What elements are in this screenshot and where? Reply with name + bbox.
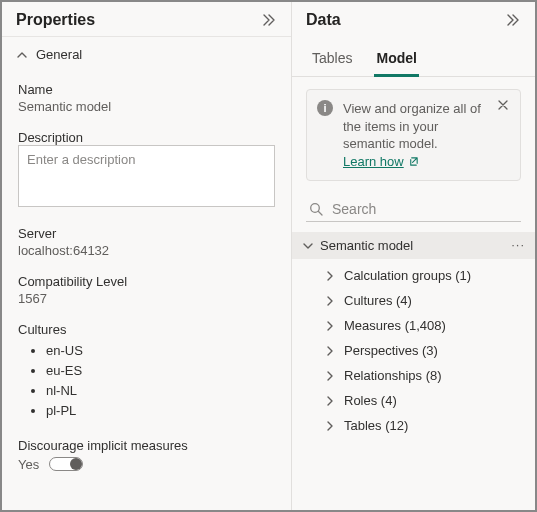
svg-point-0 [311,204,320,213]
chevron-right-icon [324,295,336,307]
cultures-list: en-USeu-ESnl-NLpl-PL [18,341,275,422]
compat-label: Compatibility Level [18,274,275,289]
description-input[interactable] [18,145,275,207]
info-banner: i View and organize all of the items in … [306,89,521,181]
tree-item[interactable]: Perspectives (3) [314,338,535,363]
tab-model[interactable]: Model [374,44,418,76]
tree-item[interactable]: Roles (4) [314,388,535,413]
general-section-toggle[interactable]: General [2,36,291,72]
culture-item: eu-ES [46,361,275,381]
tab-tables[interactable]: Tables [310,44,354,76]
culture-item: pl-PL [46,401,275,421]
culture-item: nl-NL [46,381,275,401]
description-label: Description [18,130,275,145]
chevron-double-right-icon [261,12,277,28]
chevron-down-icon [302,240,314,252]
tree-root-more-button[interactable]: ··· [511,237,525,252]
tree-root-label: Semantic model [320,238,413,253]
tree-item-label: Roles (4) [344,393,397,408]
tree-item[interactable]: Measures (1,408) [314,313,535,338]
tree-item-label: Relationships (8) [344,368,442,383]
learn-how-label: Learn how [343,153,404,171]
compat-value: 1567 [18,291,275,306]
chevron-double-right-icon [505,12,521,28]
discourage-label: Discourage implicit measures [18,438,275,453]
properties-header: Properties [2,2,291,36]
name-value: Semantic model [18,99,275,114]
tree-item-label: Measures (1,408) [344,318,446,333]
data-panel: Data Tables Model i View and organize al… [292,2,535,510]
data-header: Data [292,2,535,36]
tree-item-label: Tables (12) [344,418,408,433]
tree-item-label: Perspectives (3) [344,343,438,358]
chevron-right-icon [324,345,336,357]
info-text: View and organize all of the items in yo… [343,101,481,151]
collapse-data-button[interactable] [503,10,523,30]
tree-root-semantic-model[interactable]: Semantic model ··· [292,232,535,259]
general-fields: Name Semantic model Description Server l… [2,72,291,482]
chevron-right-icon [324,320,336,332]
chevron-right-icon [324,270,336,282]
culture-item: en-US [46,341,275,361]
chevron-right-icon [324,370,336,382]
general-section-label: General [36,47,82,62]
cultures-label: Cultures [18,322,275,337]
tree-item[interactable]: Cultures (4) [314,288,535,313]
name-label: Name [18,82,275,97]
search-box[interactable] [306,197,521,222]
data-tabs: Tables Model [292,36,535,77]
close-info-button[interactable] [496,98,512,114]
server-value: localhost:64132 [18,243,275,258]
model-tree: Calculation groups (1)Cultures (4)Measur… [292,259,535,442]
tree-item[interactable]: Tables (12) [314,413,535,438]
properties-title: Properties [16,11,95,29]
discourage-value: Yes [18,457,39,472]
search-input[interactable] [332,201,519,217]
chevron-up-icon [16,49,28,61]
learn-how-link[interactable]: Learn how [343,153,419,171]
data-title: Data [306,11,341,29]
tree-item-label: Calculation groups (1) [344,268,471,283]
tree-item-label: Cultures (4) [344,293,412,308]
toggle-knob [70,458,82,470]
chevron-right-icon [324,420,336,432]
chevron-right-icon [324,395,336,407]
tree-item[interactable]: Calculation groups (1) [314,263,535,288]
search-icon [308,201,324,217]
external-link-icon [408,156,419,167]
info-icon: i [317,100,333,116]
server-label: Server [18,226,275,241]
properties-panel: Properties General Name Semantic model D… [2,2,292,510]
collapse-properties-button[interactable] [259,10,279,30]
tree-item[interactable]: Relationships (8) [314,363,535,388]
discourage-toggle[interactable] [49,457,83,471]
